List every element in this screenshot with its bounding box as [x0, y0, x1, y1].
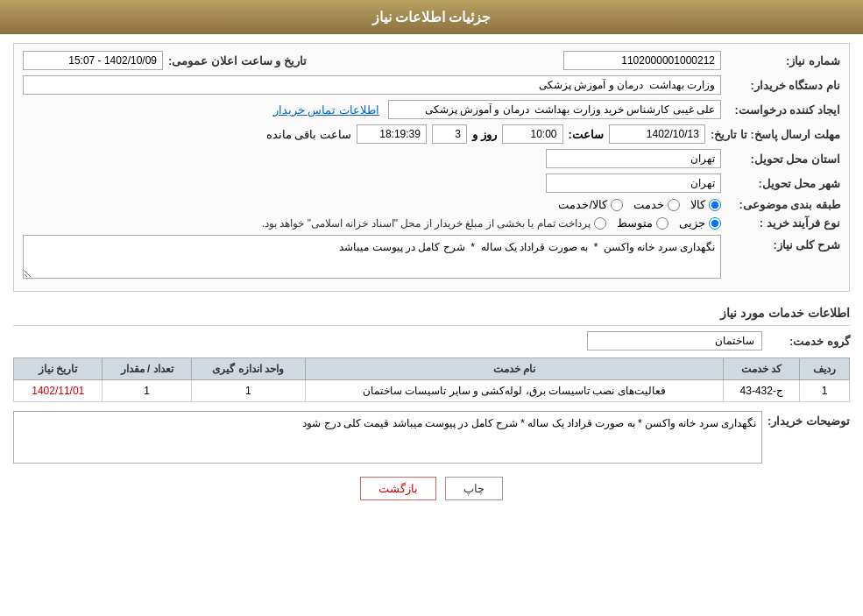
province-label: استان محل تحویل:: [726, 152, 840, 166]
deadline-label: مهلت ارسال پاسخ: تا تاریخ:: [711, 128, 840, 141]
deadline-date-input[interactable]: [609, 124, 705, 144]
need-number-label: شماره نیاز:: [726, 54, 840, 67]
deadline-remaining-time-input[interactable]: [357, 124, 427, 144]
service-group-row: گروه خدمت:: [13, 331, 850, 350]
service-group-input[interactable]: [587, 331, 762, 350]
purchase-type-radio-motavasset[interactable]: [656, 217, 668, 230]
purchase-type-jozi: جزیی: [679, 216, 721, 230]
city-input[interactable]: [546, 173, 721, 193]
cell-service-code: ج-432-43: [724, 380, 800, 402]
need-number-input[interactable]: [563, 51, 721, 70]
general-desc-textarea[interactable]: نگهداری سرد خانه واکسن * به صورت قراداد …: [23, 235, 721, 279]
row-creator: ایجاد کننده درخواست: اطلاعات تماس خریدار: [23, 100, 840, 119]
purchase-type-label: نوع فرآیند خرید :: [726, 216, 840, 230]
contact-link[interactable]: اطلاعات تماس خریدار: [273, 103, 379, 117]
buyer-notes-text: نگهداری سرد خانه واکسن * به صورت قراداد …: [302, 417, 756, 429]
col-header-date: تاریخ نیاز: [14, 358, 103, 380]
category-radio-khedmat[interactable]: [668, 199, 680, 211]
deadline-days-input[interactable]: [432, 124, 467, 144]
category-label: طبقه بندی موضوعی:: [726, 198, 840, 211]
col-header-service-code: کد خدمت: [724, 358, 800, 380]
back-button[interactable]: بازگشت: [360, 477, 436, 500]
row-deadline: مهلت ارسال پاسخ: تا تاریخ: ساعت: روز و س…: [23, 124, 840, 144]
city-label: شهر محل تحویل:: [726, 177, 840, 190]
category-label-khedmat: خدمت: [633, 198, 664, 211]
announce-datetime-input[interactable]: [23, 51, 163, 70]
col-header-service-name: نام خدمت: [305, 358, 723, 380]
page-wrapper: جزئیات اطلاعات نیاز شماره نیاز: تاریخ و …: [0, 0, 863, 616]
table-header-row: ردیف کد خدمت نام خدمت واحد اندازه گیری ت…: [14, 358, 850, 380]
buyer-notes-row: توضیحات خریدار: نگهداری سرد خانه واکسن *…: [13, 411, 850, 464]
category-radio-kala[interactable]: [709, 199, 721, 211]
deadline-time-input[interactable]: [502, 124, 563, 144]
purchase-type-radio-group: جزیی متوسط پرداخت تمام یا بخشی از مبلغ خ…: [262, 216, 721, 230]
purchase-type-radio-jozi[interactable]: [709, 217, 721, 230]
row-city: شهر محل تحویل:: [23, 173, 840, 193]
buyer-notes-label: توضیحات خریدار:: [762, 411, 850, 428]
category-radio-group: کالا خدمت کالا/خدمت: [558, 198, 721, 211]
category-label-kala-khedmat: کالا/خدمت: [558, 198, 607, 211]
buyer-org-label: نام دستگاه خریدار:: [726, 79, 840, 92]
category-option-khedmat: خدمت: [633, 198, 680, 211]
page-header: جزئیات اطلاعات نیاز: [0, 0, 863, 34]
cell-date: 1402/11/01: [14, 380, 103, 402]
page-title: جزئیات اطلاعات نیاز: [372, 10, 492, 25]
purchase-type-label-asnad: پرداخت تمام یا بخشی از مبلغ خریدار از مح…: [262, 217, 591, 230]
row-general-desc: شرح کلی نیاز: نگهداری سرد خانه واکسن * ب…: [23, 235, 840, 279]
row-buyer-org: نام دستگاه خریدار:: [23, 75, 840, 95]
print-button[interactable]: چاپ: [445, 477, 503, 500]
deadline-remaining-label: ساعت باقی مانده: [266, 128, 351, 141]
purchase-type-label-motavasset: متوسط: [617, 216, 653, 230]
category-option-kala: کالا: [690, 198, 721, 211]
province-input[interactable]: [546, 149, 721, 168]
category-radio-kala-khedmat[interactable]: [611, 199, 623, 211]
col-header-quantity: تعداد / مقدار: [103, 358, 191, 380]
category-option-kala-khedmat: کالا/خدمت: [558, 198, 623, 211]
creator-input[interactable]: [388, 100, 721, 119]
row-category: طبقه بندی موضوعی: کالا خدمت کالا/خدمت: [23, 198, 840, 211]
col-header-unit: واحد اندازه گیری: [191, 358, 305, 380]
creator-label: ایجاد کننده درخواست:: [726, 103, 840, 117]
row-province: استان محل تحویل:: [23, 149, 840, 168]
buyer-notes-box: نگهداری سرد خانه واکسن * به صورت قراداد …: [13, 411, 762, 464]
purchase-type-motavasset: متوسط: [617, 216, 668, 230]
table-row: 1 ج-432-43 فعالیت‌های نصب تاسیسات برق، ل…: [14, 380, 850, 402]
deadline-time-label: ساعت:: [569, 128, 604, 141]
announce-datetime-label: تاریخ و ساعت اعلان عمومی:: [168, 54, 307, 67]
services-title: اطلاعات خدمات مورد نیاز: [13, 301, 850, 326]
buttons-row: چاپ بازگشت: [13, 477, 850, 500]
buyer-org-input[interactable]: [23, 75, 721, 95]
cell-quantity: 1: [103, 380, 191, 402]
cell-unit: 1: [191, 380, 305, 402]
main-content: شماره نیاز: تاریخ و ساعت اعلان عمومی: نا…: [0, 34, 863, 518]
general-desc-label: شرح کلی نیاز:: [726, 235, 840, 251]
cell-row-num: 1: [800, 380, 850, 402]
cell-service-name: فعالیت‌های نصب تاسیسات برق، لوله‌کشی و س…: [305, 380, 723, 402]
service-group-label: گروه خدمت:: [762, 335, 850, 348]
purchase-type-radio-asnad[interactable]: [594, 217, 606, 230]
services-section: اطلاعات خدمات مورد نیاز گروه خدمت: ردیف …: [13, 301, 850, 464]
purchase-type-asnad: پرداخت تمام یا بخشی از مبلغ خریدار از مح…: [262, 217, 606, 230]
purchase-type-label-jozi: جزیی: [679, 216, 705, 230]
col-header-row-num: ردیف: [800, 358, 850, 380]
row-purchase-type: نوع فرآیند خرید : جزیی متوسط پرداخت تمام…: [23, 216, 840, 230]
deadline-days-label: روز و: [472, 128, 497, 141]
category-label-kala: کالا: [690, 198, 705, 211]
row-need-number: شماره نیاز: تاریخ و ساعت اعلان عمومی:: [23, 51, 840, 70]
main-form-section: شماره نیاز: تاریخ و ساعت اعلان عمومی: نا…: [13, 43, 850, 292]
services-table: ردیف کد خدمت نام خدمت واحد اندازه گیری ت…: [13, 358, 850, 402]
